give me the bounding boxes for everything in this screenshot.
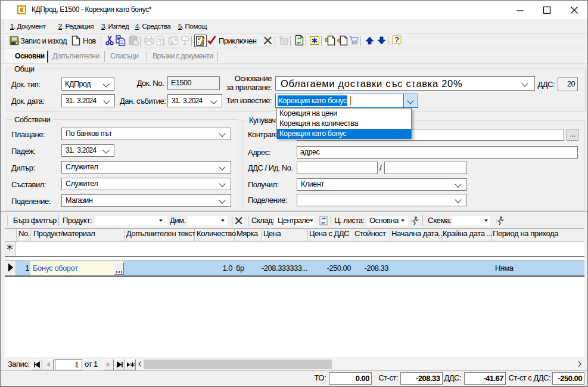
svg-text:?: ? [395, 36, 399, 44]
